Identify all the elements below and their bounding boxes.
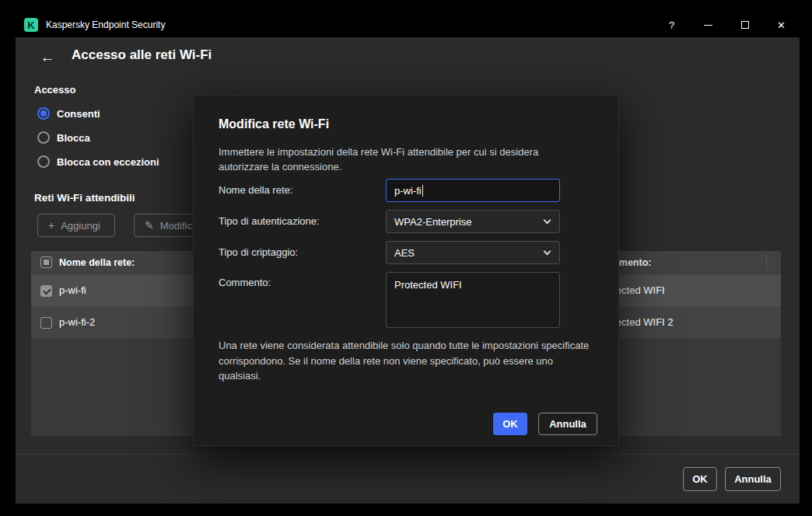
auth-type-label: Tipo di autenticazione:	[219, 215, 320, 227]
window-controls: ? ✕	[653, 12, 800, 37]
window-title: Kaspersky Endpoint Security	[46, 19, 165, 30]
page-title: Accesso alle reti Wi-Fi	[72, 47, 212, 63]
radio-icon	[37, 155, 50, 168]
auth-type-select[interactable]: WPA2-Enterprise	[386, 210, 560, 233]
network-name-input[interactable]: p-wi-fi	[386, 179, 560, 202]
dialog-title: Modifica rete Wi-Fi	[219, 117, 329, 131]
radio-option-blocca-con-eccezioni[interactable]: Blocca con eccezioni	[37, 154, 159, 169]
dialog-note: Una rete viene considerata attendibile s…	[219, 338, 590, 384]
ok-button[interactable]: OK	[683, 467, 717, 491]
minimize-button[interactable]	[690, 12, 726, 37]
radio-selected-icon	[37, 107, 50, 120]
row-checkbox[interactable]	[40, 285, 52, 297]
close-button[interactable]: ✕	[763, 12, 800, 37]
trusted-networks-heading: Reti Wi-Fi attendibili	[34, 192, 135, 204]
chevron-down-icon	[544, 248, 551, 256]
access-heading: Accesso	[34, 84, 75, 96]
column-divider	[766, 255, 767, 270]
comment-label: Commento:	[219, 277, 271, 288]
text-caret	[422, 185, 423, 197]
dialog-cancel-button[interactable]: Annulla	[538, 413, 597, 435]
encryption-type-select[interactable]: AES	[386, 241, 560, 264]
chevron-down-icon	[544, 217, 551, 225]
encryption-type-label: Tipo di criptaggio:	[219, 246, 298, 258]
comment-textarea[interactable]: Protected WIFI	[386, 272, 560, 328]
help-icon: ?	[669, 19, 674, 31]
window-footer: OK Annulla	[16, 454, 800, 504]
back-button[interactable]: ←	[37, 48, 58, 67]
edit-button-label: Modifica	[160, 220, 198, 232]
radio-label: Consenti	[57, 108, 100, 120]
cancel-button[interactable]: Annulla	[725, 467, 781, 491]
encryption-type-value: AES	[394, 247, 415, 259]
cell-network-name: p-wi-fi-2	[59, 307, 95, 338]
radio-option-blocca[interactable]: Blocca	[37, 130, 90, 145]
select-all-checkbox[interactable]	[40, 256, 52, 268]
auth-type-value: WPA2-Enterprise	[394, 216, 471, 228]
maximize-button[interactable]	[726, 12, 763, 37]
add-network-button[interactable]: + Aggiungi	[37, 214, 115, 237]
add-icon: +	[48, 219, 54, 232]
radio-label: Blocca con eccezioni	[57, 156, 159, 168]
titlebar: K Kaspersky Endpoint Security ? ✕	[16, 12, 800, 37]
edit-wifi-dialog: Modifica rete Wi-Fi Immettere le imposta…	[193, 95, 619, 446]
close-icon: ✕	[777, 19, 786, 31]
row-checkbox[interactable]	[40, 317, 52, 329]
radio-option-consenti[interactable]: Consenti	[37, 106, 100, 121]
minimize-icon	[704, 25, 712, 26]
add-button-label: Aggiungi	[61, 220, 100, 232]
network-name-value: p-wi-fi	[394, 185, 422, 197]
screen: K Kaspersky Endpoint Security ? ✕ ← Acce…	[0, 0, 812, 516]
column-header-name: Nome della rete:	[59, 251, 135, 274]
dialog-ok-button[interactable]: OK	[493, 413, 527, 435]
edit-icon: ✎	[145, 219, 154, 232]
radio-icon	[37, 131, 50, 144]
cell-network-name: p-wi-fi	[59, 275, 86, 306]
help-button[interactable]: ?	[653, 12, 690, 37]
dialog-description: Immettere le impostazioni della rete Wi-…	[219, 145, 583, 174]
kaspersky-logo: K	[24, 18, 38, 32]
maximize-icon	[741, 21, 749, 29]
radio-label: Blocca	[57, 132, 90, 144]
comment-value: Protected WIFI	[394, 279, 462, 291]
network-name-label: Nome della rete:	[219, 184, 292, 196]
